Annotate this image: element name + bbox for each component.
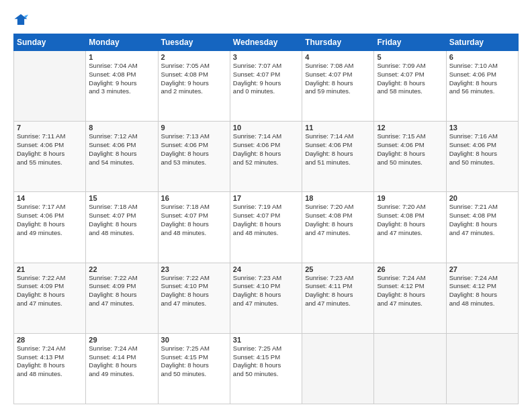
day-info: Sunrise: 7:22 AM Sunset: 4:09 PM Dayligh… <box>17 274 83 308</box>
day-number: 30 <box>161 336 227 344</box>
calendar-table: SundayMondayTuesdayWednesdayThursdayFrid… <box>13 34 519 404</box>
weekday-header-monday: Monday <box>86 34 158 51</box>
calendar-cell: 21Sunrise: 7:22 AM Sunset: 4:09 PM Dayli… <box>14 263 86 333</box>
day-number: 13 <box>449 124 515 132</box>
calendar-cell: 31Sunrise: 7:25 AM Sunset: 4:15 PM Dayli… <box>230 333 302 404</box>
calendar-cell: 25Sunrise: 7:23 AM Sunset: 4:11 PM Dayli… <box>302 263 374 333</box>
weekday-header-friday: Friday <box>374 34 446 51</box>
day-info: Sunrise: 7:12 AM Sunset: 4:06 PM Dayligh… <box>89 132 154 167</box>
day-number: 23 <box>161 265 227 273</box>
day-number: 12 <box>377 124 443 132</box>
day-number: 14 <box>17 194 83 202</box>
calendar-cell: 10Sunrise: 7:14 AM Sunset: 4:06 PM Dayli… <box>230 122 302 192</box>
calendar-cell: 6Sunrise: 7:10 AM Sunset: 4:06 PM Daylig… <box>446 51 518 122</box>
calendar-cell: 19Sunrise: 7:20 AM Sunset: 4:08 PM Dayli… <box>374 192 446 263</box>
calendar-cell: 7Sunrise: 7:11 AM Sunset: 4:06 PM Daylig… <box>14 122 86 192</box>
day-info: Sunrise: 7:24 AM Sunset: 4:13 PM Dayligh… <box>17 345 83 379</box>
day-number: 2 <box>161 53 227 61</box>
calendar-cell: 30Sunrise: 7:25 AM Sunset: 4:15 PM Dayli… <box>158 333 230 404</box>
day-info: Sunrise: 7:21 AM Sunset: 4:08 PM Dayligh… <box>449 203 515 237</box>
calendar-cell: 12Sunrise: 7:15 AM Sunset: 4:06 PM Dayli… <box>374 122 446 192</box>
day-info: Sunrise: 7:17 AM Sunset: 4:06 PM Dayligh… <box>17 203 83 237</box>
day-info: Sunrise: 7:18 AM Sunset: 4:07 PM Dayligh… <box>89 203 154 237</box>
calendar-cell <box>302 333 374 404</box>
day-number: 11 <box>305 124 371 132</box>
day-info: Sunrise: 7:13 AM Sunset: 4:06 PM Dayligh… <box>161 132 227 167</box>
day-number: 8 <box>89 124 154 132</box>
calendar-week-2: 7Sunrise: 7:11 AM Sunset: 4:06 PM Daylig… <box>14 122 519 192</box>
day-number: 18 <box>305 194 371 202</box>
calendar-cell: 13Sunrise: 7:16 AM Sunset: 4:06 PM Dayli… <box>446 122 518 192</box>
calendar-cell: 27Sunrise: 7:24 AM Sunset: 4:12 PM Dayli… <box>446 263 518 333</box>
day-info: Sunrise: 7:20 AM Sunset: 4:08 PM Dayligh… <box>377 203 443 237</box>
day-number: 1 <box>89 53 154 61</box>
day-info: Sunrise: 7:05 AM Sunset: 4:08 PM Dayligh… <box>161 62 227 96</box>
logo-bird-icon <box>13 12 28 27</box>
day-number: 29 <box>89 336 154 344</box>
day-info: Sunrise: 7:15 AM Sunset: 4:06 PM Dayligh… <box>377 132 443 167</box>
day-info: Sunrise: 7:09 AM Sunset: 4:07 PM Dayligh… <box>377 62 443 96</box>
calendar-cell <box>446 333 518 404</box>
calendar-cell: 1Sunrise: 7:04 AM Sunset: 4:08 PM Daylig… <box>86 51 158 122</box>
weekday-header-thursday: Thursday <box>302 34 374 51</box>
calendar-cell: 8Sunrise: 7:12 AM Sunset: 4:06 PM Daylig… <box>86 122 158 192</box>
day-number: 7 <box>17 124 83 132</box>
day-number: 3 <box>233 53 299 61</box>
calendar-cell: 9Sunrise: 7:13 AM Sunset: 4:06 PM Daylig… <box>158 122 230 192</box>
day-number: 28 <box>17 336 83 344</box>
day-number: 31 <box>233 336 299 344</box>
calendar-cell: 29Sunrise: 7:24 AM Sunset: 4:14 PM Dayli… <box>86 333 158 404</box>
day-info: Sunrise: 7:04 AM Sunset: 4:08 PM Dayligh… <box>89 62 154 96</box>
day-number: 16 <box>161 194 227 202</box>
calendar-cell: 2Sunrise: 7:05 AM Sunset: 4:08 PM Daylig… <box>158 51 230 122</box>
day-number: 25 <box>305 265 371 273</box>
calendar-week-1: 1Sunrise: 7:04 AM Sunset: 4:08 PM Daylig… <box>14 51 519 122</box>
day-info: Sunrise: 7:20 AM Sunset: 4:08 PM Dayligh… <box>305 203 371 237</box>
weekday-header-saturday: Saturday <box>446 34 518 51</box>
day-info: Sunrise: 7:19 AM Sunset: 4:07 PM Dayligh… <box>233 203 299 237</box>
calendar-cell: 15Sunrise: 7:18 AM Sunset: 4:07 PM Dayli… <box>86 192 158 263</box>
calendar-cell: 4Sunrise: 7:08 AM Sunset: 4:07 PM Daylig… <box>302 51 374 122</box>
calendar-cell: 16Sunrise: 7:18 AM Sunset: 4:07 PM Dayli… <box>158 192 230 263</box>
weekday-header-sunday: Sunday <box>14 34 86 51</box>
calendar-cell <box>374 333 446 404</box>
day-info: Sunrise: 7:23 AM Sunset: 4:11 PM Dayligh… <box>305 274 371 308</box>
day-number: 15 <box>89 194 154 202</box>
calendar-cell: 23Sunrise: 7:22 AM Sunset: 4:10 PM Dayli… <box>158 263 230 333</box>
day-info: Sunrise: 7:10 AM Sunset: 4:06 PM Dayligh… <box>449 62 515 96</box>
calendar-cell: 28Sunrise: 7:24 AM Sunset: 4:13 PM Dayli… <box>14 333 86 404</box>
day-info: Sunrise: 7:24 AM Sunset: 4:12 PM Dayligh… <box>377 274 443 308</box>
day-number: 21 <box>17 265 83 273</box>
calendar-cell: 26Sunrise: 7:24 AM Sunset: 4:12 PM Dayli… <box>374 263 446 333</box>
day-number: 24 <box>233 265 299 273</box>
day-number: 9 <box>161 124 227 132</box>
day-info: Sunrise: 7:08 AM Sunset: 4:07 PM Dayligh… <box>305 62 371 96</box>
weekday-header-tuesday: Tuesday <box>158 34 230 51</box>
calendar-cell: 14Sunrise: 7:17 AM Sunset: 4:06 PM Dayli… <box>14 192 86 263</box>
calendar-cell: 11Sunrise: 7:14 AM Sunset: 4:06 PM Dayli… <box>302 122 374 192</box>
day-info: Sunrise: 7:14 AM Sunset: 4:06 PM Dayligh… <box>305 132 371 167</box>
calendar-week-4: 21Sunrise: 7:22 AM Sunset: 4:09 PM Dayli… <box>14 263 519 333</box>
day-info: Sunrise: 7:24 AM Sunset: 4:14 PM Dayligh… <box>89 345 154 379</box>
calendar-week-3: 14Sunrise: 7:17 AM Sunset: 4:06 PM Dayli… <box>14 192 519 263</box>
day-info: Sunrise: 7:25 AM Sunset: 4:15 PM Dayligh… <box>161 345 227 379</box>
day-info: Sunrise: 7:25 AM Sunset: 4:15 PM Dayligh… <box>233 345 299 379</box>
day-number: 4 <box>305 53 371 61</box>
day-info: Sunrise: 7:23 AM Sunset: 4:10 PM Dayligh… <box>233 274 299 308</box>
header <box>13 12 519 27</box>
day-number: 20 <box>449 194 515 202</box>
calendar-cell: 17Sunrise: 7:19 AM Sunset: 4:07 PM Dayli… <box>230 192 302 263</box>
calendar-cell: 24Sunrise: 7:23 AM Sunset: 4:10 PM Dayli… <box>230 263 302 333</box>
page: SundayMondayTuesdayWednesdayThursdayFrid… <box>0 0 532 411</box>
day-info: Sunrise: 7:14 AM Sunset: 4:06 PM Dayligh… <box>233 132 299 167</box>
day-info: Sunrise: 7:24 AM Sunset: 4:12 PM Dayligh… <box>449 274 515 308</box>
calendar-week-5: 28Sunrise: 7:24 AM Sunset: 4:13 PM Dayli… <box>14 333 519 404</box>
day-info: Sunrise: 7:11 AM Sunset: 4:06 PM Dayligh… <box>17 132 83 167</box>
day-number: 27 <box>449 265 515 273</box>
calendar-cell: 3Sunrise: 7:07 AM Sunset: 4:07 PM Daylig… <box>230 51 302 122</box>
logo <box>13 12 31 27</box>
day-number: 19 <box>377 194 443 202</box>
calendar-cell <box>14 51 86 122</box>
day-number: 17 <box>233 194 299 202</box>
day-number: 10 <box>233 124 299 132</box>
